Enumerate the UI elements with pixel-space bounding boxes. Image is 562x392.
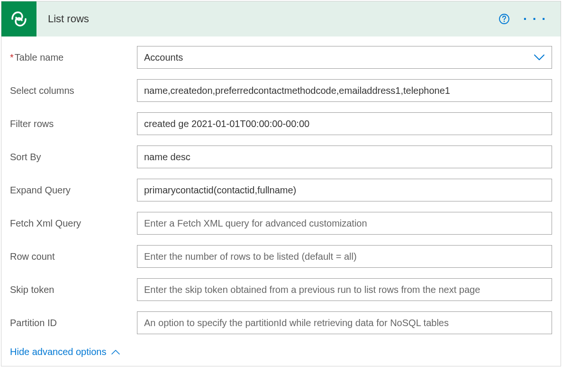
label-filter-rows: Filter rows: [10, 119, 137, 129]
help-icon[interactable]: [499, 13, 510, 25]
filter-rows-input[interactable]: [137, 112, 552, 135]
hide-advanced-options-button[interactable]: Hide advanced options: [10, 346, 120, 357]
expand-query-input[interactable]: [137, 179, 552, 201]
fetch-xml-input[interactable]: [137, 212, 552, 235]
label-select-columns: Select columns: [10, 85, 137, 96]
table-name-value: Accounts: [144, 52, 183, 63]
label-partition-id: Partition ID: [10, 318, 137, 328]
field-row-skip-token: Skip token: [10, 278, 552, 301]
select-columns-input[interactable]: [137, 79, 552, 102]
card-title: List rows: [48, 13, 499, 25]
action-card: List rows · · · *Table name Accounts: [1, 1, 561, 366]
label-table-name: *Table name: [10, 52, 137, 63]
field-row-row-count: Row count: [10, 245, 552, 268]
card-body: *Table name Accounts Select columns Fi: [1, 36, 561, 366]
label-row-count: Row count: [10, 251, 137, 262]
table-name-dropdown[interactable]: Accounts: [137, 46, 552, 69]
label-sort-by: Sort By: [10, 152, 137, 163]
field-row-expand-query: Expand Query: [10, 179, 552, 201]
field-row-filter-rows: Filter rows: [10, 112, 552, 135]
field-row-table-name: *Table name Accounts: [10, 46, 552, 69]
field-row-partition-id: Partition ID: [10, 311, 552, 334]
partition-id-input[interactable]: [137, 311, 552, 334]
more-menu-icon[interactable]: · · ·: [523, 12, 546, 26]
label-expand-query: Expand Query: [10, 185, 137, 196]
skip-token-input[interactable]: [137, 278, 552, 301]
svg-point-1: [504, 21, 505, 22]
chevron-up-icon: [111, 346, 120, 357]
advanced-toggle-label: Hide advanced options: [10, 346, 106, 357]
field-row-sort-by: Sort By: [10, 146, 552, 168]
row-count-input[interactable]: [137, 245, 552, 268]
sort-by-input[interactable]: [137, 146, 552, 168]
dataverse-icon: [1, 1, 36, 36]
field-row-fetch-xml: Fetch Xml Query: [10, 212, 552, 235]
card-header: List rows · · ·: [1, 1, 561, 36]
label-skip-token: Skip token: [10, 284, 137, 295]
header-actions: · · ·: [499, 12, 546, 26]
label-fetch-xml: Fetch Xml Query: [10, 218, 137, 229]
chevron-down-icon: [534, 52, 545, 63]
field-row-select-columns: Select columns: [10, 79, 552, 102]
